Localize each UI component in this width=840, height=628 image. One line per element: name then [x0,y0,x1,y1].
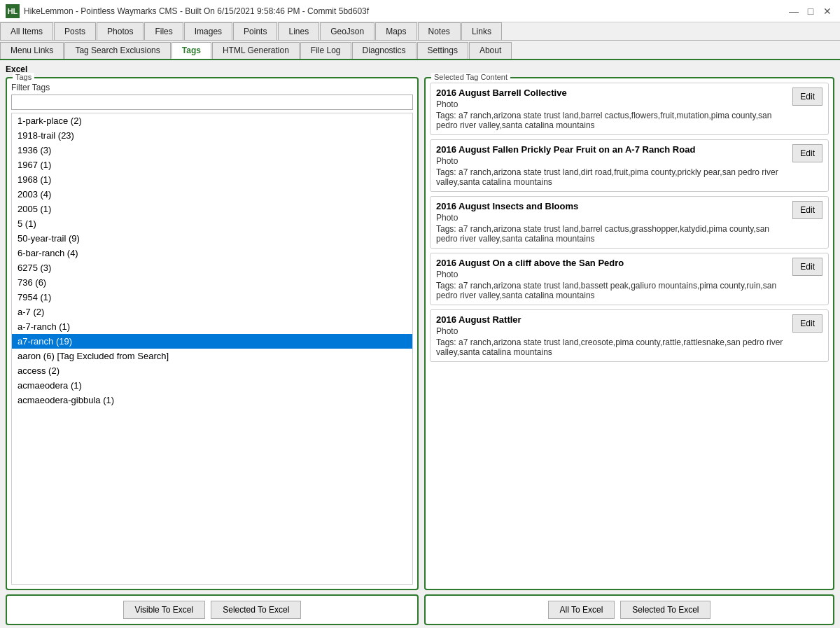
tag-item[interactable]: 1936 (3) [12,143,412,158]
tag-item[interactable]: acmaeodera-gibbula (1) [12,393,412,407]
content-item-title: 2016 August Barrell Collective [436,88,787,98]
nav-tab-all-items[interactable]: All Items [0,22,53,40]
edit-button[interactable]: Edit [792,201,822,219]
selected-to-excel-button[interactable]: Selected To Excel [620,601,710,619]
nav-tab-images[interactable]: Images [184,22,232,40]
tags-panel-legend: Tags [13,73,34,81]
content-item-title: 2016 August Fallen Prickly Pear Fruit on… [436,144,787,155]
content-item-type: Photo [436,99,787,109]
tag-item[interactable]: 1-park-place (2) [12,113,412,128]
nav-row-2: Menu LinksTag Search ExclusionsTagsHTML … [0,41,840,60]
content-item-type: Photo [436,270,787,279]
tag-item[interactable]: 5 (1) [12,216,412,231]
excel-label: Excel [6,64,834,74]
nav-tab-posts[interactable]: Posts [54,22,96,40]
nav-tab2-tags[interactable]: Tags [172,42,211,59]
tags-panel: Tags Filter Tags 1-park-place (2)1918-tr… [6,77,419,590]
nav-tab-notes[interactable]: Notes [418,22,461,40]
content-item-text: 2016 August Insects and Blooms Photo Tag… [436,201,787,244]
filter-tags-label: Filter Tags [11,83,413,92]
content-item-title: 2016 August On a cliff above the San Ped… [436,258,787,268]
nav-tab-lines[interactable]: Lines [278,22,319,40]
tags-selected-to-excel-button[interactable]: Selected To Excel [211,601,301,619]
content-item-type: Photo [436,156,787,166]
maximize-button[interactable]: □ [804,4,818,18]
app-icon: HL [6,4,20,18]
nav-tab-photos[interactable]: Photos [97,22,144,40]
tag-item[interactable]: a7-ranch (19) [12,334,412,349]
titlebar: HL HikeLemmon - Pointless Waymarks CMS -… [0,0,840,22]
tag-item[interactable]: a-7 (2) [12,305,412,319]
tags-list[interactable]: 1-park-place (2)1918-trail (23)1936 (3)1… [11,113,413,585]
nav-tab-files[interactable]: Files [144,22,183,40]
content-item-title: 2016 August Insects and Blooms [436,201,787,211]
content-item-tags: Tags: a7 ranch,arizona state trust land,… [436,224,787,244]
edit-button[interactable]: Edit [792,88,822,106]
content-item: 2016 August On a cliff above the San Ped… [430,253,829,305]
tag-item[interactable]: 2005 (1) [12,202,412,216]
nav-tab2-settings[interactable]: Settings [417,42,468,59]
edit-button[interactable]: Edit [792,144,822,162]
nav-tab-maps[interactable]: Maps [375,22,416,40]
nav-tab2-file-log[interactable]: File Log [300,42,351,59]
titlebar-left: HL HikeLemmon - Pointless Waymarks CMS -… [6,4,369,18]
nav-tab2-diagnostics[interactable]: Diagnostics [352,42,416,59]
selected-buttons-area: All To Excel Selected To Excel [424,594,834,625]
content-item-text: 2016 August On a cliff above the San Ped… [436,258,787,300]
content-item-tags: Tags: a7 ranch,arizona state trust land,… [436,337,787,357]
tag-item[interactable]: 1968 (1) [12,172,412,187]
bottom-area: Visible To Excel Selected To Excel All T… [6,594,834,625]
tag-item[interactable]: 1967 (1) [12,158,412,172]
tag-item[interactable]: 6275 (3) [12,260,412,275]
content-area: Tags Filter Tags 1-park-place (2)1918-tr… [6,77,834,590]
nav-tab-links[interactable]: Links [461,22,502,40]
tag-item[interactable]: acmaeodera (1) [12,378,412,393]
tag-item[interactable]: 6-bar-ranch (4) [12,246,412,260]
content-item-tags: Tags: a7 ranch,arizona state trust land,… [436,167,787,187]
edit-button[interactable]: Edit [792,258,822,276]
content-item-title: 2016 August Rattler [436,314,787,325]
titlebar-title: HikeLemmon - Pointless Waymarks CMS - Bu… [24,6,369,16]
filter-input[interactable] [11,95,413,110]
selected-panel-legend: Selected Tag Content [431,73,510,81]
nav-tab2-html-generation[interactable]: HTML Generation [212,42,300,59]
tag-item[interactable]: 1918-trail (23) [12,128,412,143]
content-list: 2016 August Barrell Collective Photo Tag… [430,83,829,585]
titlebar-controls: — □ ✕ [787,4,834,18]
content-item-tags: Tags: a7 ranch,arizona state trust land,… [436,281,787,300]
content-item: 2016 August Insects and Blooms Photo Tag… [430,196,829,249]
selected-tag-content-panel: Selected Tag Content 2016 August Barrell… [424,77,834,590]
edit-button[interactable]: Edit [792,314,822,333]
content-item-text: 2016 August Rattler Photo Tags: a7 ranch… [436,314,787,357]
tag-item[interactable]: 50-year-trail (9) [12,231,412,246]
nav-tab2-menu-links[interactable]: Menu Links [0,42,64,59]
main-content: Excel Tags Filter Tags 1-park-place (2)1… [0,60,840,624]
content-item-tags: Tags: a7 ranch,arizona state trust land,… [436,111,787,130]
tag-item[interactable]: 2003 (4) [12,187,412,202]
visible-to-excel-button[interactable]: Visible To Excel [123,601,206,619]
content-item: 2016 August Fallen Prickly Pear Fruit on… [430,139,829,192]
content-item-type: Photo [436,326,787,336]
close-button[interactable]: ✕ [820,4,834,18]
nav-row-1: All ItemsPostsPhotosFilesImagesPointsLin… [0,22,840,41]
content-item-text: 2016 August Barrell Collective Photo Tag… [436,88,787,130]
tags-buttons-area: Visible To Excel Selected To Excel [6,594,419,625]
nav-tab-geojson[interactable]: GeoJson [320,22,374,40]
minimize-button[interactable]: — [787,4,801,18]
content-item-text: 2016 August Fallen Prickly Pear Fruit on… [436,144,787,187]
tag-item[interactable]: 736 (6) [12,275,412,290]
tag-item[interactable]: aaron (6) [Tag Excluded from Search] [12,349,412,363]
content-item: 2016 August Barrell Collective Photo Tag… [430,83,829,135]
nav-tab2-tag-search-exclusions[interactable]: Tag Search Exclusions [64,42,170,59]
nav-tab-points[interactable]: Points [233,22,277,40]
all-to-excel-button[interactable]: All To Excel [548,601,615,619]
tag-item[interactable]: access (2) [12,363,412,378]
tag-item[interactable]: 7954 (1) [12,290,412,305]
content-item-type: Photo [436,213,787,223]
content-item: 2016 August Rattler Photo Tags: a7 ranch… [430,309,829,362]
nav-tab2-about[interactable]: About [469,42,512,59]
tag-item[interactable]: a-7-ranch (1) [12,319,412,334]
